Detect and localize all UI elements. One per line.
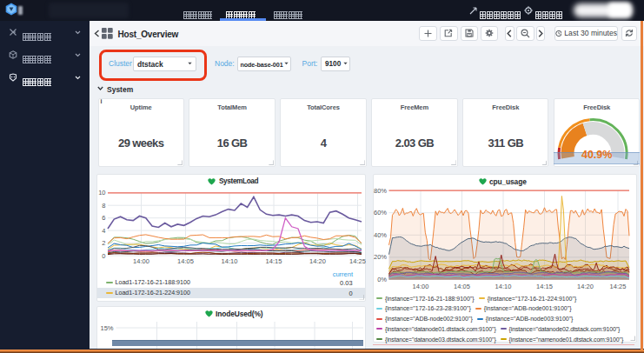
svg-text:14:20: 14:20	[577, 283, 594, 290]
svg-text:14:10: 14:10	[495, 283, 512, 290]
svg-text:80%: 80%	[374, 186, 387, 194]
svg-text:14:25: 14:25	[349, 257, 366, 265]
svg-text:15%: 15%	[100, 324, 113, 332]
svg-text:14:05: 14:05	[177, 257, 194, 265]
svg-text:14:05: 14:05	[454, 283, 470, 290]
svg-text:6: 6	[102, 214, 105, 222]
svg-text:14:20: 14:20	[309, 257, 326, 265]
svg-text:0%: 0%	[377, 276, 387, 283]
svg-text:14:00: 14:00	[133, 257, 149, 265]
svg-text:2: 2	[102, 239, 105, 247]
svg-text:60%: 60%	[374, 209, 387, 216]
svg-text:14:00: 14:00	[413, 283, 429, 290]
svg-text:8: 8	[102, 201, 105, 209]
svg-text:14:15: 14:15	[265, 257, 282, 265]
svg-text:4: 4	[102, 226, 105, 234]
svg-text:20%: 20%	[374, 253, 387, 261]
svg-text:0: 0	[102, 251, 105, 259]
svg-text:10: 10	[98, 189, 105, 196]
svg-text:14:15: 14:15	[536, 283, 553, 290]
svg-text:14:25: 14:25	[610, 283, 627, 290]
svg-text:40%: 40%	[374, 230, 387, 238]
svg-text:14:10: 14:10	[221, 257, 237, 265]
